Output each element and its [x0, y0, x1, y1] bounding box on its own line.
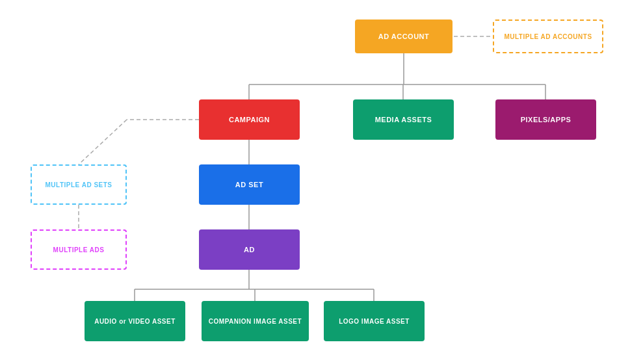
pixels-apps-node: PIXELS/APPS: [495, 99, 596, 140]
diagram: AD ACCOUNT MULTIPLE AD ACCOUNTS CAMPAIGN…: [0, 0, 630, 364]
multiple-ad-sets-node: MULTIPLE AD SETS: [31, 164, 127, 205]
ad-account-node: AD ACCOUNT: [355, 20, 453, 53]
media-assets-node: MEDIA ASSETS: [353, 99, 454, 140]
svg-line-8: [79, 120, 127, 164]
ad-node: AD: [199, 229, 300, 270]
multiple-ads-node: MULTIPLE ADS: [31, 229, 127, 270]
campaign-node: CAMPAIGN: [199, 99, 300, 140]
multiple-ad-accounts-node: MULTIPLE AD ACCOUNTS: [493, 20, 603, 53]
audio-video-asset-node: AUDIO or VIDEO ASSET: [85, 301, 185, 341]
companion-image-asset-node: COMPANION IMAGE ASSET: [202, 301, 309, 341]
ad-set-node: AD SET: [199, 164, 300, 205]
logo-image-asset-node: LOGO IMAGE ASSET: [324, 301, 425, 341]
